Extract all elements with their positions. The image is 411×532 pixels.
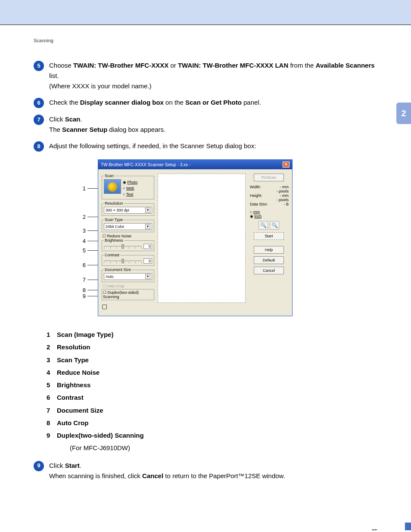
chapter-tab: 2 [396,103,411,124]
text: list. [49,72,59,79]
text: Check the [49,99,80,106]
autocrop-checkbox[interactable]: ☐ Auto Crop [102,284,154,288]
radio-photo[interactable]: ◉ Photo [123,179,137,185]
text: inch [255,214,262,218]
brightness-slider[interactable] [104,244,142,249]
callout-6: 6 [83,262,86,268]
step-6: 6 Check the Display scanner dialog box o… [34,97,377,108]
preview-area [158,174,246,303]
text: The [49,126,62,133]
step-5-body: Choose TWAIN: TW-Brother MFC-XXXX or TWA… [49,60,377,91]
contrast-value[interactable]: 0 [143,258,152,264]
scantype-select[interactable]: 24bit Color▾ [104,223,152,230]
text: Scan [65,115,81,123]
default-button[interactable]: Default [254,256,284,264]
legend-6: Contrast [57,391,84,404]
contrast-group: Contrast 0 [102,253,154,266]
legend-1: Scan (Image Type) [57,328,113,341]
step-bullet-7: 7 [34,115,44,125]
text: Scan or Get Photo [185,99,242,106]
legend-9: Duplex(two-sided) Scanning [57,429,144,442]
scan-legend: Scan: [104,174,115,178]
dialog-screenshot: 1 2 3 4 5 6 7 8 9 TW-Brother MFC-XXXX Sc… [98,159,313,316]
zoom-in-icon[interactable]: 🔍 [258,221,268,230]
text: When scanning is finished, click [49,472,142,479]
documentsize-group: Document Size Auto▾ [102,268,154,282]
text: Cancel [142,472,163,479]
radio-inch[interactable]: ◉ inch [250,214,289,218]
step-8: 8 Adjust the following settings, if need… [34,141,377,152]
callout-3: 3 [83,227,86,234]
step-9: 9 Click Start. When scanning is finished… [34,460,377,481]
text: from the [288,62,315,69]
text: . [81,115,82,123]
dialog-titlebar: TW-Brother MFC-XXXX Scanner Setup - 3.xx… [98,160,292,169]
text: Text [126,192,134,196]
callout-9: 9 [83,293,86,299]
page-number-bar [405,523,411,530]
text: mm [253,210,260,214]
callout-7: 7 [83,277,86,283]
text: TWAIN: TW-Brother MFC-XXXX LAN [178,62,288,69]
text: Duplex(two-sided) Scanning [103,290,139,299]
radio-text[interactable]: ○ Text [123,191,137,197]
text: Width: [250,185,261,189]
documentsize-select[interactable]: Auto▾ [104,273,152,280]
text: - B [283,202,289,206]
text: Scanner Setup [62,126,107,133]
start-button[interactable]: Start [254,232,284,240]
legend-5: Brightness [57,379,90,391]
unit-radios: ○ mm ◉ inch [249,210,289,218]
reduce-noise-checkbox[interactable]: ☐ Reduce Noise [102,234,154,238]
scantype-group: Scan Type 24bit Color▾ [102,218,154,232]
step-5: 5 Choose TWAIN: TW-Brother MFC-XXXX or T… [34,60,377,91]
step-7: 7 Click Scan. The Scanner Setup dialog b… [34,114,377,135]
radio-web[interactable]: ○ Web [123,185,137,191]
text: Auto [106,274,114,280]
text: Click [49,462,65,469]
brightness-value[interactable]: 0 [143,244,152,249]
chevron-down-icon: ▾ [145,274,150,279]
text: Adjust the following settings, if needed… [49,142,256,149]
text: (Where XXXX is your model name.) [49,82,152,90]
text: or [168,62,178,69]
chevron-down-icon: ▾ [145,224,150,229]
cancel-button[interactable]: Cancel [254,267,284,274]
text: Display scanner dialog box [80,99,164,106]
text: Web [126,186,134,190]
zoom-out-icon[interactable]: 🔍 [270,221,279,230]
resolution-select[interactable]: 300 × 300 dpi▾ [104,207,152,214]
page-content: Scanning 2 5 Choose TWAIN: TW-Brother MF… [0,38,411,530]
text: panel. [242,99,261,106]
document-icon: ▢ [102,303,154,310]
info-table: Width:- mm - pixels Height:- mm - pixels… [250,185,289,206]
contrast-slider[interactable] [104,259,142,263]
scanner-setup-dialog: TW-Brother MFC-XXXX Scanner Setup - 3.xx… [98,159,293,316]
scantype-legend: Scan Type [104,218,124,222]
legend-list: 1Scan (Image Type) 2Resolution 3Scan Typ… [47,328,377,454]
text: - mm [280,193,289,198]
close-icon[interactable]: × [283,162,290,168]
text: 24bit Color [106,224,125,230]
callout-4: 4 [83,238,86,244]
text: 300 × 300 dpi [106,207,129,213]
prescan-button[interactable]: PreScan [254,174,284,181]
resolution-legend: Resolution [104,201,124,205]
text: Choose [49,62,73,69]
help-button[interactable]: Help [254,246,284,254]
dialog-title: TW-Brother MFC-XXXX Scanner Setup - 3.xx… [101,162,190,167]
duplex-checkbox[interactable]: ☐ Duplex(two-sided) Scanning [102,289,154,300]
documentsize-legend: Document Size [104,268,132,272]
text: Photo [128,180,138,184]
page-number: 35 [372,529,377,530]
legend-3: Scan Type [57,354,89,366]
text: . [80,462,81,469]
step-bullet-5: 5 [34,61,44,71]
radio-mm[interactable]: ○ mm [250,210,289,214]
callout-5: 5 [83,247,86,254]
legend-8: Auto Crop [57,417,88,429]
breadcrumb: Scanning [34,38,377,43]
brightness-group: Brightness 0 [102,238,154,251]
text: Available Scanners [316,62,375,69]
contrast-legend: Contrast [104,253,120,257]
